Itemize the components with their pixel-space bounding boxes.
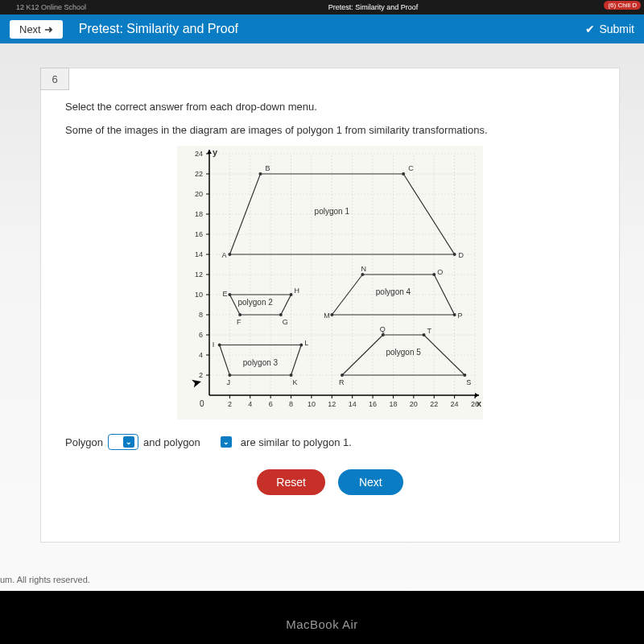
svg-point-87 [402, 172, 405, 175]
svg-text:B: B [265, 164, 270, 172]
question-instruction: Select the correct answer from each drop… [65, 101, 595, 113]
macbook-label: MacBook Air [286, 617, 358, 631]
svg-point-119 [453, 313, 456, 316]
svg-text:polygon 5: polygon 5 [386, 348, 421, 357]
svg-text:16: 16 [195, 230, 203, 238]
svg-text:2: 2 [228, 400, 232, 408]
svg-text:6: 6 [269, 400, 273, 408]
svg-text:H: H [295, 287, 300, 295]
svg-point-103 [218, 344, 221, 347]
header-next-button[interactable]: Next ➜ [10, 20, 63, 39]
svg-text:2: 2 [199, 371, 203, 379]
svg-text:Q: Q [380, 325, 386, 333]
reset-button[interactable]: Reset [257, 469, 325, 495]
svg-text:polygon 3: polygon 3 [243, 358, 279, 367]
svg-text:L: L [304, 339, 308, 347]
svg-point-97 [279, 313, 283, 316]
svg-point-127 [463, 374, 466, 377]
answer-text-pre: Polygon [65, 436, 103, 448]
svg-text:14: 14 [349, 400, 357, 408]
question-number: 6 [40, 68, 69, 90]
tab-school[interactable]: 12 K12 Online School [16, 3, 86, 11]
svg-text:I: I [213, 341, 215, 349]
svg-point-125 [341, 374, 344, 377]
svg-text:E: E [222, 290, 227, 298]
svg-text:18: 18 [195, 210, 203, 218]
answer-sentence: Polygon ⌄ and polygon ⌄ are similar to p… [65, 434, 595, 450]
svg-text:M: M [324, 312, 330, 320]
page-title: Pretest: Similarity and Proof [79, 22, 586, 36]
answer-text-mid: and polygon [143, 436, 200, 448]
svg-text:12: 12 [328, 400, 336, 408]
svg-point-123 [382, 333, 385, 336]
check-icon: ✔ [585, 23, 595, 35]
svg-text:14: 14 [195, 250, 203, 258]
svg-point-115 [361, 273, 364, 276]
svg-text:G: G [283, 318, 288, 326]
svg-point-89 [453, 253, 456, 256]
svg-point-99 [290, 293, 293, 296]
svg-text:6: 6 [199, 331, 203, 339]
next-button[interactable]: Next [338, 469, 403, 495]
svg-point-83 [228, 253, 231, 256]
answer-text-post: are similar to polygon 1. [241, 436, 352, 448]
question-card: 6 Select the correct answer from each dr… [40, 68, 620, 543]
svg-point-95 [238, 313, 242, 316]
arrow-right-icon: ➜ [44, 23, 53, 35]
svg-text:polygon 1: polygon 1 [315, 207, 350, 216]
svg-text:10: 10 [195, 291, 203, 299]
svg-text:P: P [458, 312, 463, 320]
svg-text:A: A [221, 251, 226, 259]
dropdown-polygon-a[interactable]: ⌄ [108, 434, 138, 450]
svg-marker-28 [207, 150, 212, 154]
svg-text:N: N [361, 265, 366, 273]
svg-text:polygon 4: polygon 4 [376, 287, 411, 296]
svg-point-109 [299, 344, 303, 347]
app-header: Next ➜ Pretest: Similarity and Proof ✔ S… [0, 14, 644, 43]
svg-text:C: C [408, 164, 414, 172]
question-description: Some of the images in the diagram are im… [65, 124, 595, 136]
svg-text:20: 20 [195, 190, 203, 198]
svg-point-113 [330, 313, 333, 316]
svg-text:20: 20 [410, 400, 418, 408]
dropdown-icon: ⌄ [123, 436, 134, 448]
svg-text:K: K [293, 378, 298, 386]
dropdown-polygon-b[interactable]: ⌄ [205, 434, 236, 450]
svg-text:J: J [226, 378, 230, 386]
svg-point-93 [228, 293, 231, 296]
svg-text:22: 22 [195, 170, 203, 178]
svg-marker-27 [475, 393, 479, 398]
svg-text:24: 24 [195, 150, 203, 158]
svg-text:x: x [477, 398, 482, 408]
next-label: Next [19, 23, 41, 35]
svg-text:4: 4 [248, 400, 252, 408]
tab-notification[interactable]: (6) Chill D [604, 1, 641, 10]
svg-text:T: T [427, 327, 432, 335]
content-area: 6 Select the correct answer from each dr… [0, 43, 644, 591]
svg-text:8: 8 [199, 311, 203, 319]
svg-text:y: y [213, 147, 218, 157]
browser-tabbar: 12 K12 Online School Pretest: Similarity… [0, 0, 644, 14]
svg-text:22: 22 [430, 400, 438, 408]
svg-point-129 [423, 333, 426, 336]
svg-text:S: S [466, 378, 471, 386]
submit-button[interactable]: ✔ Submit [585, 23, 634, 35]
tab-pretest[interactable]: Pretest: Similarity and Proof [328, 3, 419, 11]
footer-text: um. All rights reserved. [0, 575, 90, 584]
submit-label: Submit [599, 23, 634, 35]
svg-text:16: 16 [369, 400, 377, 408]
svg-text:24: 24 [451, 400, 459, 408]
svg-text:12: 12 [195, 270, 203, 279]
dropdown-icon: ⌄ [221, 436, 232, 448]
svg-text:F: F [237, 318, 242, 326]
svg-text:8: 8 [289, 400, 293, 408]
svg-text:0: 0 [200, 399, 204, 408]
svg-text:10: 10 [308, 400, 316, 408]
coordinate-diagram: 2468101214161820222426246810121416182022… [177, 146, 483, 419]
svg-text:D: D [459, 251, 464, 259]
svg-point-107 [290, 374, 293, 377]
svg-text:polygon 2: polygon 2 [237, 298, 273, 307]
svg-point-85 [258, 172, 262, 175]
svg-point-105 [228, 374, 231, 377]
svg-point-117 [432, 273, 436, 276]
